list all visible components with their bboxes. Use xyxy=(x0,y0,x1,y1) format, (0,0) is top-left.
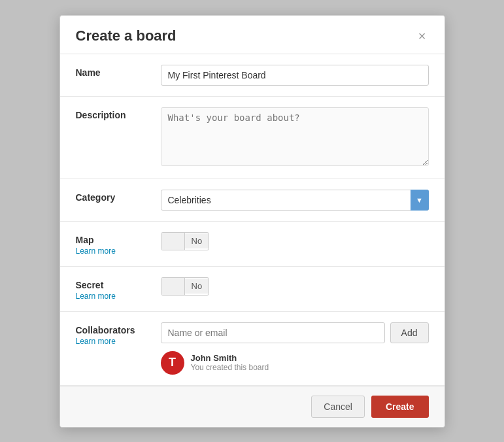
modal-body: Name Description Category xyxy=(60,54,445,386)
create-button[interactable]: Create xyxy=(371,396,429,418)
modal-overlay: Create a board × Name Description xyxy=(0,0,504,442)
secret-control-col: No xyxy=(161,277,429,296)
secret-toggle-row: No xyxy=(161,277,429,296)
modal-header: Create a board × xyxy=(60,16,445,54)
secret-toggle[interactable]: No xyxy=(161,277,210,296)
close-button[interactable]: × xyxy=(416,29,429,42)
collaborator-name: John Smith xyxy=(191,353,269,363)
description-label: Description xyxy=(76,110,126,120)
category-select[interactable]: Celebrities Art Design Food Music Travel xyxy=(161,190,429,211)
add-collaborator-button[interactable]: Add xyxy=(390,322,429,343)
category-row: Category Celebrities Art Design Food Mus… xyxy=(60,179,445,222)
collaborators-input-row: Add xyxy=(161,322,429,343)
create-board-modal: Create a board × Name Description xyxy=(59,15,445,428)
map-toggle-label: No xyxy=(185,233,209,248)
collaborators-input[interactable] xyxy=(161,322,385,343)
map-row: Map Learn more No xyxy=(60,222,445,267)
map-toggle[interactable]: No xyxy=(161,232,210,250)
modal-title: Create a board xyxy=(76,27,176,44)
secret-toggle-label: No xyxy=(185,279,209,294)
secret-label: Secret xyxy=(76,280,104,290)
description-textarea[interactable] xyxy=(161,107,429,166)
collaborators-label-col: Collaborators Learn more xyxy=(76,322,161,346)
cancel-button[interactable]: Cancel xyxy=(311,396,365,418)
collaborator-description: You created this board xyxy=(191,363,269,372)
map-toggle-track xyxy=(161,233,185,250)
avatar: T xyxy=(161,351,184,375)
category-label: Category xyxy=(76,192,116,203)
secret-label-col: Secret Learn more xyxy=(76,277,161,301)
collaborators-row: Collaborators Learn more Add T John Smit… xyxy=(60,312,445,386)
secret-row: Secret Learn more No xyxy=(60,267,445,312)
secret-toggle-track xyxy=(161,278,185,295)
map-toggle-row: No xyxy=(161,232,429,250)
description-label-col: Description xyxy=(76,107,161,120)
category-label-col: Category xyxy=(76,190,161,203)
name-label-col: Name xyxy=(76,65,161,78)
description-control-col xyxy=(161,107,429,168)
collaborator-info: John Smith You created this board xyxy=(191,353,269,372)
map-learn-more[interactable]: Learn more xyxy=(76,246,161,256)
secret-learn-more[interactable]: Learn more xyxy=(76,292,161,301)
modal-footer: Cancel Create xyxy=(60,386,445,427)
collaborators-learn-more[interactable]: Learn more xyxy=(76,337,161,346)
map-control-col: No xyxy=(161,232,429,250)
collaborators-label: Collaborators xyxy=(76,325,135,335)
name-control-col xyxy=(161,65,429,86)
name-label: Name xyxy=(76,67,101,78)
category-select-wrapper: Celebrities Art Design Food Music Travel xyxy=(161,190,429,211)
collaborators-control-col: Add T John Smith You created this board xyxy=(161,322,429,375)
collaborator-item: T John Smith You created this board xyxy=(161,351,429,375)
map-label-col: Map Learn more xyxy=(76,232,161,256)
description-row: Description xyxy=(60,97,445,179)
category-control-col: Celebrities Art Design Food Music Travel xyxy=(161,190,429,211)
name-row: Name xyxy=(60,54,445,97)
avatar-letter: T xyxy=(169,356,176,369)
map-label: Map xyxy=(76,235,94,245)
name-input[interactable] xyxy=(161,65,429,86)
